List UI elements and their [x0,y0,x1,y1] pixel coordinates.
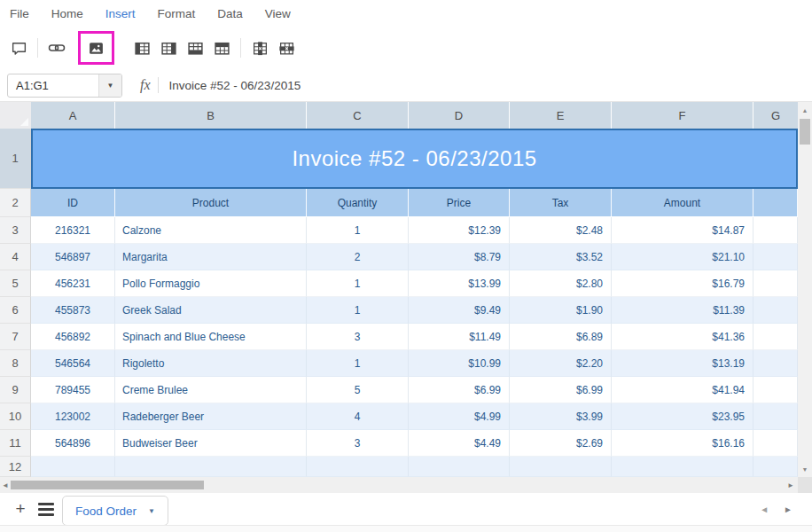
cell-quantity[interactable]: 1 [307,217,409,244]
menu-item-view[interactable]: View [265,7,291,20]
scroll-down-icon[interactable]: ▼ [798,463,812,475]
cell-empty[interactable] [753,377,798,403]
cell-empty[interactable] [753,270,798,297]
cell-price[interactable]: $10.99 [409,350,510,377]
cell-quantity[interactable]: 1 [307,297,409,324]
scroll-left-icon[interactable]: ◄ [0,477,11,493]
menu-item-home[interactable]: Home [51,7,83,20]
sheet-list-button[interactable] [38,503,54,516]
cell-id[interactable]: 456892 [31,324,115,350]
cell-empty[interactable] [753,430,798,457]
next-sheet-icon[interactable]: ► [784,505,792,514]
header-cell-amount[interactable]: Amount [612,189,753,217]
cell-price[interactable]: $4.99 [409,403,510,430]
cell-price[interactable]: $13.99 [409,270,510,297]
column-header-f[interactable]: F [612,102,753,129]
cell-empty[interactable] [753,403,798,430]
row-header-8[interactable]: 8 [0,350,31,377]
sheet-tab-food-order[interactable]: Food Order ▼ [62,496,168,526]
cell-product[interactable]: Calzone [115,217,307,244]
cell-tax[interactable]: $2.80 [510,270,612,297]
insert-row-below-button[interactable] [182,35,208,61]
cell-price[interactable]: $6.99 [409,377,510,403]
cell-price[interactable]: $11.49 [409,324,510,350]
row-header-9[interactable]: 9 [0,377,31,403]
row-header-6[interactable]: 6 [0,297,31,324]
cell-empty[interactable] [115,457,307,477]
cell-tax[interactable]: $1.90 [510,297,612,324]
column-header-g[interactable]: G [753,102,798,129]
name-box-dropdown-button[interactable]: ▼ [98,74,121,97]
cell-product[interactable]: Creme Brulee [115,377,307,403]
cell-id[interactable]: 546897 [31,244,115,270]
scroll-right-icon[interactable]: ► [785,477,796,493]
cell-tax[interactable]: $3.99 [510,403,612,430]
cell-empty[interactable] [409,457,510,477]
cell-id[interactable]: 123002 [31,403,115,430]
menu-item-insert[interactable]: Insert [105,7,136,20]
cell-quantity[interactable]: 4 [307,403,409,430]
cell-empty[interactable] [307,457,409,477]
cell-empty[interactable] [31,457,115,477]
invoice-title-cell[interactable]: Invoice #52 - 06/23/2015 [31,129,798,189]
cell-tax[interactable]: $6.99 [510,377,612,403]
sheet-tab-caret-icon[interactable]: ▼ [148,507,155,515]
cell-product[interactable]: Radeberger Beer [115,403,307,430]
insert-column-left-button[interactable] [129,35,155,61]
delete-row-button[interactable] [273,35,300,61]
cell-quantity[interactable]: 3 [307,430,409,457]
cell-amount[interactable]: $11.39 [612,297,753,324]
row-header-2[interactable]: 2 [0,189,31,217]
cell-tax[interactable]: $2.69 [510,430,612,457]
cell-price[interactable]: $12.39 [409,217,510,244]
cell-price[interactable]: $8.79 [409,244,510,270]
delete-column-button[interactable] [246,35,273,61]
cell-amount[interactable]: $41.94 [612,377,753,403]
column-header-b[interactable]: B [115,102,307,129]
row-header-12[interactable]: 12 [0,457,31,477]
hyperlink-button[interactable] [43,35,70,61]
comment-button[interactable] [5,35,32,61]
cell-amount[interactable]: $14.87 [612,217,753,244]
previous-sheet-icon[interactable]: ◄ [760,505,769,514]
cell-empty[interactable] [753,324,798,350]
menu-item-data[interactable]: Data [217,7,243,20]
header-cell-product[interactable]: Product [115,189,307,217]
row-header-11[interactable]: 11 [0,430,31,457]
row-header-1[interactable]: 1 [0,129,31,189]
cell-id[interactable]: 564896 [31,430,115,457]
cell-tax[interactable]: $2.48 [510,217,612,244]
cell-empty[interactable] [753,350,798,377]
select-all-corner[interactable] [0,102,31,129]
cell-tax[interactable]: $6.89 [510,324,612,350]
menu-item-format[interactable]: Format [158,7,196,20]
insert-row-above-button[interactable] [208,35,235,61]
formula-input[interactable]: Invoice #52 - 06/23/2015 [169,79,301,92]
vertical-scrollbar[interactable]: ▲ ▼ [798,102,812,477]
insert-image-button[interactable] [83,35,110,61]
cell-empty[interactable] [612,457,753,477]
cell-amount[interactable]: $16.16 [612,430,753,457]
row-header-7[interactable]: 7 [0,324,31,350]
cell-product[interactable]: Budweiser Beer [115,430,307,457]
header-cell-price[interactable]: Price [409,189,510,217]
cell-id[interactable]: 456231 [31,270,115,297]
cell-quantity[interactable]: 2 [307,244,409,270]
cell-quantity[interactable]: 3 [307,324,409,350]
vertical-scrollbar-thumb[interactable] [800,119,810,145]
cell-amount[interactable]: $21.10 [612,244,753,270]
cell-product[interactable]: Pollo Formaggio [115,270,307,297]
cell-empty[interactable] [753,217,798,244]
name-box-value[interactable]: A1:G1 [8,74,98,97]
header-cell-empty[interactable] [753,189,798,217]
cell-empty[interactable] [753,457,798,477]
row-header-3[interactable]: 3 [0,217,31,244]
cell-id[interactable]: 216321 [31,217,115,244]
cell-tax[interactable]: $2.20 [510,350,612,377]
cell-amount[interactable]: $13.19 [612,350,753,377]
cell-id[interactable]: 789455 [31,377,115,403]
cell-amount[interactable]: $23.95 [612,403,753,430]
horizontal-scrollbar-thumb[interactable] [11,481,204,489]
cell-quantity[interactable]: 1 [307,350,409,377]
insert-column-right-button[interactable] [155,35,182,61]
